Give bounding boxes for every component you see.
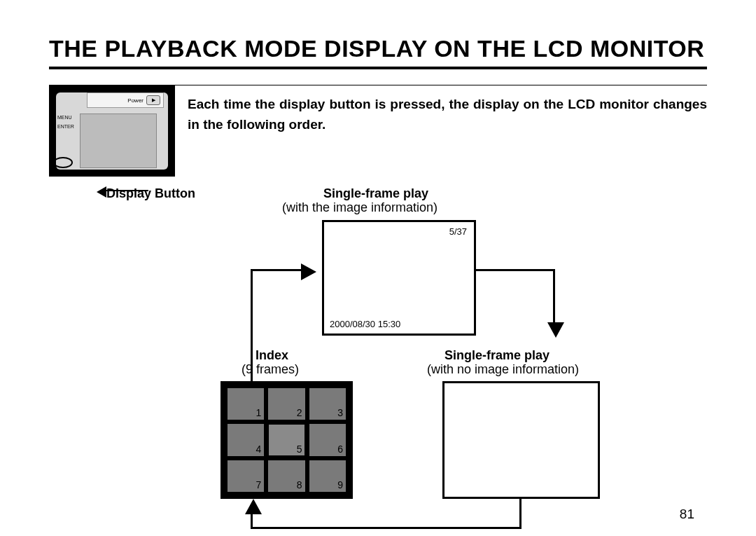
arrow-segment xyxy=(476,269,555,271)
frame-counter: 5/37 xyxy=(449,226,467,237)
side-label-1: MENU xyxy=(57,114,74,123)
index-cell-2: 2 xyxy=(268,388,304,420)
index-cell-8: 8 xyxy=(268,460,304,492)
single-noinfo-subtitle: (with no image information) xyxy=(427,362,579,377)
arrow-segment xyxy=(251,269,253,381)
arrow-down-icon xyxy=(553,269,555,324)
index-cell-7: 7 xyxy=(227,460,264,492)
arrow-segment xyxy=(519,499,522,528)
index-cell-4: 4 xyxy=(227,424,264,455)
side-label-2: ENTER xyxy=(57,123,74,132)
index-cell-6: 6 xyxy=(309,424,346,455)
arrow-left-icon xyxy=(105,190,148,191)
power-label: Power xyxy=(127,97,144,104)
arrow-segment xyxy=(251,527,522,529)
display-button-label: Display Button xyxy=(106,186,195,201)
arrow-right-icon xyxy=(251,269,301,271)
single-noinfo-screen xyxy=(442,381,600,499)
page-number: 81 xyxy=(680,507,694,522)
index-cell-5: 5 xyxy=(268,424,304,455)
single-info-title: Single-frame play xyxy=(323,186,428,201)
frame-datetime: 2000/08/30 15:30 xyxy=(330,319,400,329)
single-noinfo-title: Single-frame play xyxy=(444,348,550,363)
power-dial-icon: ▶ xyxy=(146,95,160,105)
camera-top-panel: Power ▶ xyxy=(87,92,164,108)
intro-row: Power ▶ MENU ENTER Each time the display… xyxy=(49,85,707,177)
arrow-up-icon xyxy=(251,514,253,528)
intro-text: Each time the display button is pressed,… xyxy=(188,94,707,177)
index-title: Index xyxy=(255,348,288,363)
single-info-screen: 5/37 2000/08/30 15:30 xyxy=(322,220,476,336)
camera-lcd xyxy=(80,114,157,168)
camera-illustration: Power ▶ MENU ENTER xyxy=(49,85,175,177)
callout-ellipse-icon xyxy=(53,157,73,168)
index-cell-1: 1 xyxy=(227,388,264,420)
page-title: THE PLAYBACK MODE DISPLAY ON THE LCD MON… xyxy=(49,35,707,69)
index-grid: 1 2 3 4 5 6 7 8 9 xyxy=(227,388,346,492)
manual-page: THE PLAYBACK MODE DISPLAY ON THE LCD MON… xyxy=(0,0,756,536)
single-info-subtitle: (with the image information) xyxy=(282,200,438,215)
index-screen: 1 2 3 4 5 6 7 8 9 xyxy=(220,381,353,499)
index-cell-3: 3 xyxy=(309,388,346,420)
index-cell-9: 9 xyxy=(309,460,346,492)
camera-side-labels: MENU ENTER xyxy=(57,114,74,131)
diagram-stage: Display Button Single-frame play (with t… xyxy=(49,178,707,532)
